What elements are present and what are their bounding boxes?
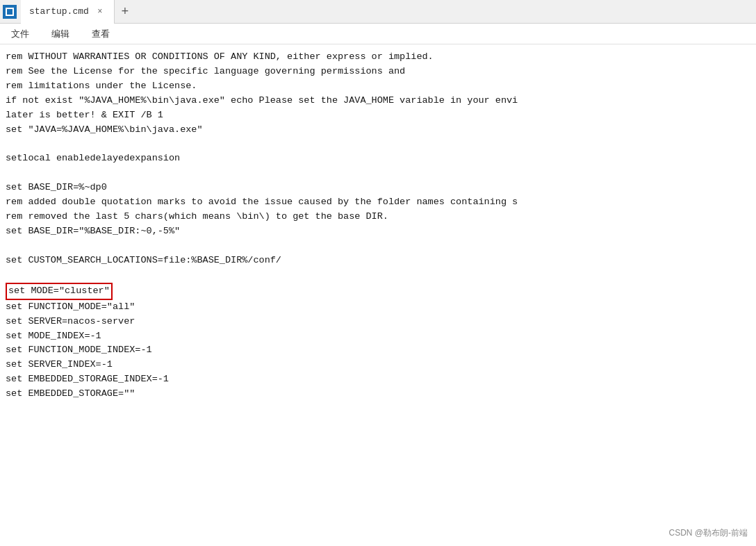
tab-label: startup.cmd xyxy=(29,6,89,17)
code-line: set CUSTOM_SEARCH_LOCATIONS=file:%BASE_D… xyxy=(6,254,756,268)
code-line: set FUNCTION_MODE_INDEX=-1 xyxy=(6,343,756,358)
menu-view[interactable]: 查看 xyxy=(88,25,114,43)
code-line: set BASE_DIR=%~dp0 xyxy=(6,181,756,195)
code-line: set MODE_INDEX=-1 xyxy=(6,329,756,344)
code-line: rem limitations under the License. xyxy=(6,79,756,94)
content-area: rem WITHOUT WARRANTIES OR CONDITIONS OF … xyxy=(0,44,756,546)
code-line: set EMBEDDED_STORAGE_INDEX=-1 xyxy=(6,372,756,387)
code-line: set SERVER_INDEX=-1 xyxy=(6,358,756,372)
highlighted-line: set MODE="cluster" xyxy=(6,283,113,300)
menu-edit[interactable]: 编辑 xyxy=(47,25,74,43)
code-line: rem See the License for the specific lan… xyxy=(6,65,756,79)
code-display: rem WITHOUT WARRANTIES OR CONDITIONS OF … xyxy=(6,50,756,402)
code-line: set SERVER=nacos-server xyxy=(6,315,756,329)
code-line xyxy=(6,268,756,283)
new-tab-button[interactable]: + xyxy=(115,0,135,24)
code-line xyxy=(6,239,756,254)
code-line: if not exist "%JAVA_HOME%\bin\java.exe" … xyxy=(6,94,756,108)
code-line: rem WITHOUT WARRANTIES OR CONDITIONS OF … xyxy=(6,50,756,65)
code-line: set "JAVA=%JAVA_HOME%\bin\java.exe" xyxy=(6,123,756,138)
watermark: CSDN @勒布朗-前端 xyxy=(668,527,748,539)
code-line xyxy=(6,166,756,181)
code-line: set FUNCTION_MODE="all" xyxy=(6,300,756,315)
code-line: later is better! & EXIT /B 1 xyxy=(6,108,756,123)
title-bar: startup.cmd × + xyxy=(0,0,756,24)
code-line xyxy=(6,138,756,152)
code-line: rem added double quotation marks to avoi… xyxy=(6,195,756,210)
code-line: setlocal enabledelayedexpansion xyxy=(6,151,756,166)
code-line: set EMBEDDED_STORAGE="" xyxy=(6,387,756,402)
active-tab[interactable]: startup.cmd × xyxy=(21,0,115,24)
menu-file[interactable]: 文件 xyxy=(7,25,33,43)
code-line: set MODE="cluster" xyxy=(6,283,756,300)
menu-bar: 文件 编辑 查看 xyxy=(0,24,756,44)
window-icon xyxy=(3,5,17,19)
code-line: rem removed the last 5 chars(which means… xyxy=(6,210,756,224)
tab-close-button[interactable]: × xyxy=(94,6,106,17)
code-line: set BASE_DIR="%BASE_DIR:~0,-5%" xyxy=(6,224,756,239)
notepad-icon xyxy=(6,8,14,16)
